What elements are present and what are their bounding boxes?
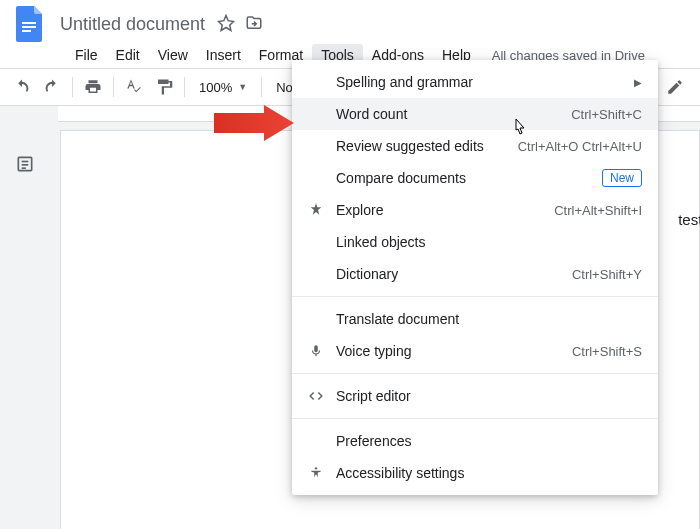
move-icon[interactable] — [245, 14, 263, 35]
toolbar-separator — [72, 77, 73, 97]
menu-dictionary[interactable]: Dictionary Ctrl+Shift+Y — [292, 258, 658, 290]
undo-button[interactable] — [8, 73, 36, 101]
menu-file[interactable]: File — [66, 44, 107, 66]
tools-dropdown: Spelling and grammar ▶ Word count Ctrl+S… — [292, 60, 658, 495]
toolbar-separator — [184, 77, 185, 97]
toolbar-separator — [261, 77, 262, 97]
menu-separator — [292, 373, 658, 374]
svg-rect-0 — [22, 22, 36, 24]
app-header: Untitled document File Edit View Insert … — [0, 0, 700, 68]
redo-button[interactable] — [38, 73, 66, 101]
explore-icon — [304, 202, 328, 218]
docs-logo-icon[interactable] — [12, 6, 48, 42]
menu-separator — [292, 418, 658, 419]
svg-rect-1 — [22, 26, 36, 28]
shortcut-text: Ctrl+Shift+Y — [572, 267, 642, 282]
svg-rect-2 — [22, 30, 31, 32]
menu-view[interactable]: View — [149, 44, 197, 66]
left-rail — [0, 106, 50, 528]
menu-word-count[interactable]: Word count Ctrl+Shift+C — [292, 98, 658, 130]
submenu-arrow-icon: ▶ — [634, 77, 642, 88]
spellcheck-button[interactable] — [120, 73, 148, 101]
script-icon — [304, 389, 328, 403]
editing-mode-button[interactable] — [658, 74, 692, 100]
menu-edit[interactable]: Edit — [107, 44, 149, 66]
menu-preferences[interactable]: Preferences — [292, 425, 658, 457]
outline-icon[interactable] — [15, 154, 35, 528]
accessibility-icon — [304, 466, 328, 480]
menu-separator — [292, 296, 658, 297]
zoom-value: 100% — [199, 80, 232, 95]
svg-point-7 — [315, 467, 317, 469]
zoom-select[interactable]: 100% ▼ — [191, 73, 255, 101]
shortcut-text: Ctrl+Alt+Shift+I — [554, 203, 642, 218]
shortcut-text: Ctrl+Alt+O Ctrl+Alt+U — [518, 139, 642, 154]
title-row: Untitled document — [8, 6, 692, 42]
document-title[interactable]: Untitled document — [56, 12, 209, 37]
menu-voice-typing[interactable]: Voice typing Ctrl+Shift+S — [292, 335, 658, 367]
menu-script-editor[interactable]: Script editor — [292, 380, 658, 412]
menu-review-edits[interactable]: Review suggested edits Ctrl+Alt+O Ctrl+A… — [292, 130, 658, 162]
new-badge: New — [602, 169, 642, 187]
menu-translate[interactable]: Translate document — [292, 303, 658, 335]
menu-insert[interactable]: Insert — [197, 44, 250, 66]
menu-compare-docs[interactable]: Compare documents New — [292, 162, 658, 194]
menu-accessibility[interactable]: Accessibility settings — [292, 457, 658, 489]
mic-icon — [304, 344, 328, 358]
title-actions — [217, 14, 263, 35]
toolbar-separator — [113, 77, 114, 97]
shortcut-text: Ctrl+Shift+C — [571, 107, 642, 122]
menu-linked-objects[interactable]: Linked objects — [292, 226, 658, 258]
paint-format-button[interactable] — [150, 73, 178, 101]
document-body-text: test te — [678, 211, 700, 228]
menu-spelling[interactable]: Spelling and grammar ▶ — [292, 66, 658, 98]
shortcut-text: Ctrl+Shift+S — [572, 344, 642, 359]
menu-explore[interactable]: Explore Ctrl+Alt+Shift+I — [292, 194, 658, 226]
caret-down-icon: ▼ — [238, 82, 247, 92]
star-icon[interactable] — [217, 14, 235, 35]
print-button[interactable] — [79, 73, 107, 101]
